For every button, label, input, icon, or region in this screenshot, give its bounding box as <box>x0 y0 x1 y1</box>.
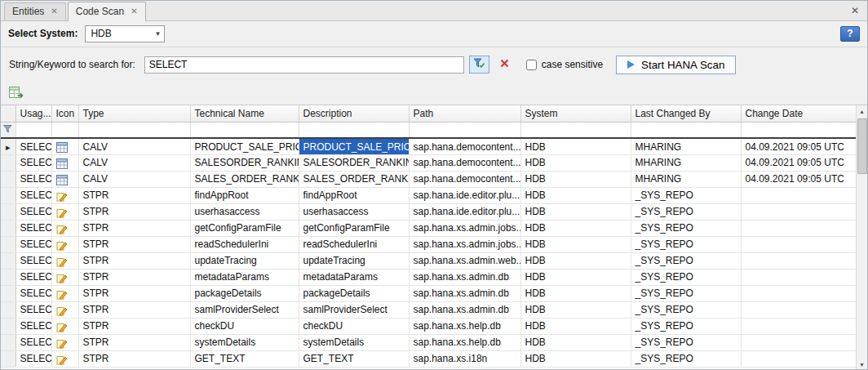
technical-name-cell[interactable]: readSchedulerIni <box>190 236 299 252</box>
filter-cell[interactable] <box>16 122 51 138</box>
last-changed-by-cell[interactable]: _SYS_REPO <box>631 187 741 203</box>
change-date-cell[interactable]: 04.09.2021 09:05 UTC <box>741 138 857 154</box>
technical-name-cell[interactable]: packageDetails <box>190 285 299 301</box>
path-cell[interactable]: sap.hana.ide.editor.plu... <box>409 203 520 220</box>
usage-cell[interactable]: SELECT <box>16 350 51 367</box>
usage-cell[interactable]: SELECT <box>16 187 51 203</box>
column-header[interactable]: Last Changed By <box>631 105 741 122</box>
system-cell[interactable]: HDB <box>520 301 631 318</box>
description-cell[interactable]: samlProviderSelect <box>299 301 409 318</box>
table-row[interactable]: SELECTSTPRpackageDetailspackageDetailssa… <box>1 285 857 301</box>
usage-cell[interactable]: SELECT <box>16 252 51 269</box>
path-cell[interactable]: sap.hana.xs.i18n <box>409 350 520 367</box>
technical-name-cell[interactable]: metadataParams <box>190 269 299 285</box>
description-cell[interactable]: findAppRoot <box>299 187 409 203</box>
technical-name-cell[interactable]: samlProviderSelect <box>190 301 299 318</box>
system-cell[interactable]: HDB <box>520 269 631 285</box>
usage-cell[interactable]: SELECT <box>16 334 51 350</box>
description-cell[interactable]: SALESORDER_RANKING... <box>299 154 409 171</box>
table-row[interactable]: SELECTSTPRsamlProviderSelectsamlProvider… <box>1 301 857 318</box>
usage-cell[interactable]: SELECT <box>16 203 51 220</box>
usage-cell[interactable]: SELECT <box>16 301 51 318</box>
scroll-down-icon[interactable]: ▼ <box>857 359 868 369</box>
tab-close-icon[interactable]: ✕ <box>131 7 137 16</box>
table-row[interactable]: SELECTSTPRsystemDetailssystemDetailssap.… <box>1 334 857 350</box>
column-header[interactable]: Change Date <box>741 105 857 122</box>
system-cell[interactable]: HDB <box>520 334 631 350</box>
close-icon[interactable]: ✕ <box>843 5 867 16</box>
technical-name-cell[interactable]: PRODUCT_SALE_PRICE <box>190 138 299 154</box>
table-row[interactable]: SELECTSTPRreadSchedulerInireadSchedulerI… <box>1 236 857 252</box>
path-cell[interactable]: sap.hana.xs.admin.db <box>409 269 520 285</box>
last-changed-by-cell[interactable]: _SYS_REPO <box>631 350 741 367</box>
change-date-cell[interactable] <box>741 236 857 252</box>
technical-name-cell[interactable]: updateTracing <box>190 252 299 269</box>
last-changed-by-cell[interactable]: _SYS_REPO <box>631 334 741 350</box>
table-row[interactable]: SELECTCALVSALES_ORDER_RANKIN...SALES_ORD… <box>1 171 857 187</box>
last-changed-by-cell[interactable]: _SYS_REPO <box>631 220 741 236</box>
path-cell[interactable]: sap.hana.democontent.... <box>409 138 520 154</box>
change-date-cell[interactable] <box>741 269 857 285</box>
usage-cell[interactable]: SELECT <box>16 269 51 285</box>
vertical-scrollbar[interactable]: ▲ ▼ <box>856 105 867 369</box>
system-cell[interactable]: HDB <box>520 285 631 301</box>
column-header[interactable]: Type <box>78 105 190 122</box>
change-date-cell[interactable]: 04.09.2021 09:05 UTC <box>741 171 857 187</box>
path-cell[interactable]: sap.hana.democontent.... <box>409 154 520 171</box>
system-cell[interactable]: HDB <box>520 220 631 236</box>
usage-cell[interactable]: SELECT <box>16 154 51 171</box>
column-header[interactable]: Usag... <box>16 105 51 122</box>
table-row[interactable]: SELECTSTPRgetConfigParamFilegetConfigPar… <box>1 220 857 236</box>
column-header[interactable]: Technical Name <box>190 105 299 122</box>
technical-name-cell[interactable]: SALES_ORDER_RANKIN... <box>190 171 299 187</box>
path-cell[interactable]: sap.hana.ide.editor.plu... <box>409 187 520 203</box>
last-changed-by-cell[interactable]: _SYS_REPO <box>631 269 741 285</box>
filter-cell[interactable] <box>741 122 857 138</box>
filter-options-button[interactable] <box>469 56 489 74</box>
last-changed-by-cell[interactable]: MHARING <box>631 154 741 171</box>
technical-name-cell[interactable]: getConfigParamFile <box>190 220 299 236</box>
system-cell[interactable]: HDB <box>520 171 631 187</box>
type-cell[interactable]: STPR <box>78 236 190 252</box>
description-cell[interactable]: PRODUCT_SALE_PRICE <box>299 138 409 154</box>
tab-close-icon[interactable]: ✕ <box>51 7 57 16</box>
filter-cell[interactable] <box>520 122 631 138</box>
usage-cell[interactable]: SELECT <box>16 138 51 154</box>
change-date-cell[interactable] <box>741 318 857 334</box>
system-cell[interactable]: HDB <box>520 138 631 154</box>
change-date-cell[interactable] <box>741 252 857 269</box>
table-row[interactable]: SELECTCALVSALESORDER_RANKING...SALESORDE… <box>1 154 857 171</box>
filter-cell[interactable] <box>190 122 299 138</box>
technical-name-cell[interactable]: SALESORDER_RANKING... <box>190 154 299 171</box>
description-cell[interactable]: metadataParams <box>299 269 409 285</box>
column-header[interactable]: Description <box>299 105 409 122</box>
last-changed-by-cell[interactable]: _SYS_REPO <box>631 236 741 252</box>
description-cell[interactable]: GET_TEXT <box>299 350 409 367</box>
export-excel-button[interactable] <box>6 85 26 103</box>
table-row[interactable]: SELECTSTPRcheckDUcheckDUsap.hana.xs.help… <box>1 318 857 334</box>
path-cell[interactable]: sap.hana.xs.admin.jobs... <box>409 236 520 252</box>
column-header[interactable]: System <box>520 105 631 122</box>
path-cell[interactable]: sap.hana.xs.help.db <box>409 318 520 334</box>
path-cell[interactable]: sap.hana.xs.admin.db <box>409 301 520 318</box>
type-cell[interactable]: STPR <box>78 187 190 203</box>
filter-cell[interactable] <box>631 122 741 138</box>
last-changed-by-cell[interactable]: _SYS_REPO <box>631 285 741 301</box>
path-cell[interactable]: sap.hana.xs.admin.web... <box>409 252 520 269</box>
help-button[interactable]: ? <box>840 26 860 42</box>
last-changed-by-cell[interactable]: MHARING <box>631 171 741 187</box>
change-date-cell[interactable]: 04.09.2021 09:05 UTC <box>741 154 857 171</box>
type-cell[interactable]: STPR <box>78 334 190 350</box>
change-date-cell[interactable] <box>741 187 857 203</box>
description-cell[interactable]: SALES_ORDER_RANKIN... <box>299 171 409 187</box>
column-header[interactable]: Icon <box>51 105 78 122</box>
system-cell[interactable]: HDB <box>520 154 631 171</box>
description-cell[interactable]: getConfigParamFile <box>299 220 409 236</box>
usage-cell[interactable]: SELECT <box>16 318 51 334</box>
change-date-cell[interactable] <box>741 334 857 350</box>
type-cell[interactable]: STPR <box>78 252 190 269</box>
usage-cell[interactable]: SELECT <box>16 285 51 301</box>
table-row[interactable]: ▸SELECTCALVPRODUCT_SALE_PRICEPRODUCT_SAL… <box>1 138 857 154</box>
system-cell[interactable]: HDB <box>520 350 631 367</box>
path-cell[interactable]: sap.hana.democontent.... <box>409 171 520 187</box>
